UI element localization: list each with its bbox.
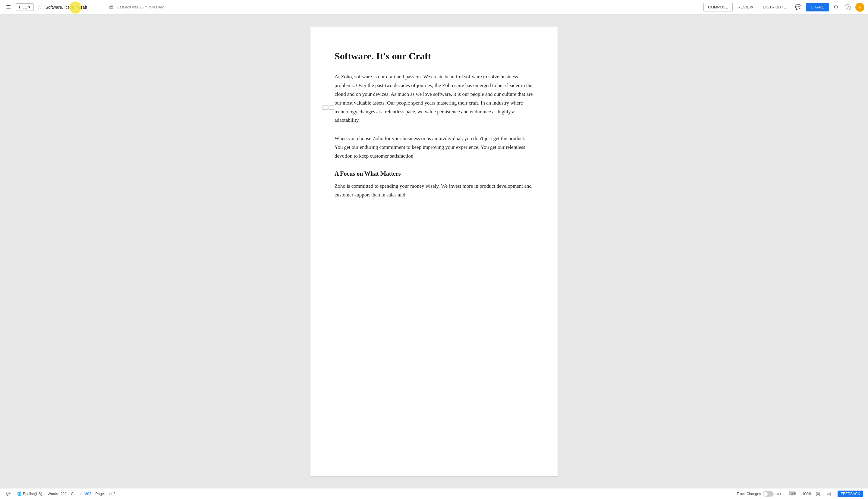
layout-icon[interactable] [322, 106, 334, 110]
track-changes-label: Track Changes [737, 492, 761, 496]
help-icon: ? [845, 4, 851, 10]
star-button[interactable]: ☆ [36, 3, 43, 11]
header-left: ☰ FILE ▾ ☆ ▤ Last edit was 26 minutes ag… [4, 2, 701, 12]
file-arrow-icon: ▾ [28, 5, 30, 9]
document-main-title: Software. It's our Craft [334, 51, 534, 62]
chars-label: Chars: 1302 [71, 492, 91, 496]
page-current-link[interactable]: 1 [106, 492, 108, 496]
keyboard-icon: ⌨ [788, 490, 796, 497]
language-icon: 🌐 [17, 492, 22, 496]
help-button[interactable]: ? [843, 3, 853, 12]
last-edit-label: Last edit was 26 minutes ago [117, 5, 164, 9]
settings-icon: ⚙ [834, 4, 838, 10]
chars-count: 1302 [83, 492, 91, 496]
file-button[interactable]: FILE ▾ [16, 3, 34, 11]
document-subheading: A Focus on What Matters [334, 170, 534, 177]
main-area: Software. It's our Craft At Zoho, softwa… [0, 14, 868, 488]
document-paragraph-2: When you choose Zoho for your business o… [334, 134, 534, 161]
track-off-label: OFF [775, 492, 782, 496]
hamburger-button[interactable]: ☰ [4, 2, 13, 12]
status-bar: 💬 🌐 English(US) Words: 222 Chars: 1302 P… [0, 488, 868, 499]
settings-button[interactable]: ⚙ [832, 2, 840, 12]
tab-compose[interactable]: COMPOSE [704, 3, 732, 11]
feedback-button[interactable]: FEEDBACK [838, 490, 863, 497]
language-button[interactable]: 🌐 English(US) [16, 491, 44, 497]
status-right: Track Changes OFF ⌨ 100% (0) ▤ FEEDBACK [737, 489, 863, 498]
calendar-icon-button[interactable]: ▤ [108, 3, 115, 11]
document-paragraph-3: Zoho is committed to spending your money… [334, 182, 534, 199]
words-count: 222 [61, 492, 66, 496]
star-icon: ☆ [37, 4, 41, 10]
document-page: Software. It's our Craft At Zoho, softwa… [310, 26, 558, 476]
avatar[interactable]: Z [855, 3, 864, 12]
zoom-level: 100% [802, 492, 812, 496]
view-mode-icon: ▤ [827, 490, 831, 497]
toggle-knob [763, 492, 768, 496]
nav-tabs: COMPOSE REVIEW DISTRIBUTE [704, 3, 791, 11]
layout-box-right [329, 106, 334, 110]
language-label: English(US) [23, 492, 42, 496]
comments-icon-button[interactable]: 💬 [793, 2, 804, 12]
track-changes: Track Changes OFF [737, 491, 782, 497]
calendar-icon: ▤ [109, 4, 114, 10]
layout-box-left [322, 106, 328, 110]
words-label: Words: 222 [48, 492, 66, 496]
view-mode-button[interactable]: ▤ [824, 489, 833, 498]
file-label: FILE [19, 5, 27, 9]
comments-icon: 💬 [795, 4, 802, 10]
track-changes-toggle[interactable] [763, 491, 774, 497]
page-of: of 2 [109, 492, 115, 496]
header-right: COMPOSE REVIEW DISTRIBUTE 💬 SHARE ⚙ ? Z [704, 2, 864, 12]
hamburger-icon: ☰ [6, 4, 11, 11]
comment-status-button[interactable]: 💬 [5, 491, 12, 497]
cursor-highlight [69, 1, 81, 14]
header: ☰ FILE ▾ ☆ ▤ Last edit was 26 minutes ag… [0, 0, 868, 14]
status-left: 💬 🌐 English(US) Words: 222 Chars: 1302 P… [5, 491, 732, 497]
share-button[interactable]: SHARE [806, 3, 829, 11]
comment-status-icon: 💬 [6, 492, 11, 496]
tab-review[interactable]: REVIEW [733, 3, 758, 11]
document-paragraph-1: At Zoho, software is our craft and passi… [334, 73, 534, 125]
page-indicator: Page: 1 of 2 [96, 492, 115, 496]
comments-count[interactable]: (0) [816, 492, 820, 496]
tab-distribute[interactable]: DISTRIBUTE [758, 3, 791, 11]
keyboard-button[interactable]: ⌨ [786, 489, 798, 498]
